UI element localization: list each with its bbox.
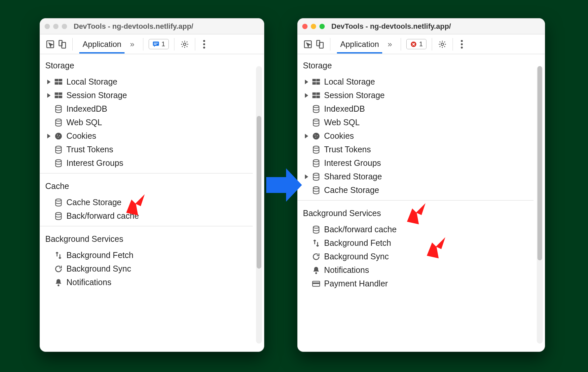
sync-icon (54, 264, 63, 274)
tree-item[interactable]: Session Storage (40, 89, 253, 102)
section-divider (40, 226, 253, 226)
tree-item[interactable]: Interest Groups (40, 156, 253, 170)
tree-item[interactable]: Payment Handler (298, 277, 533, 290)
sync-icon (312, 252, 321, 261)
expand-caret-icon[interactable] (47, 134, 51, 138)
scrollbar[interactable] (256, 66, 262, 344)
db-icon (312, 225, 321, 234)
inspect-icon[interactable] (45, 39, 55, 49)
tree-item-label: Trust Tokens (66, 145, 113, 154)
more-tabs-chevron[interactable]: » (127, 40, 137, 49)
cookie-icon (312, 131, 321, 141)
tab-application[interactable]: Application (79, 35, 125, 54)
tree-item-label: Local Storage (324, 77, 375, 87)
tree-item[interactable]: IndexedDB (298, 102, 533, 116)
tree-item[interactable]: Cookies (40, 129, 253, 143)
pointer-arrow-icon (423, 233, 449, 260)
close-dot[interactable] (302, 24, 308, 29)
window-title: DevTools - ng-devtools.netlify.app/ (331, 22, 451, 31)
zoom-dot[interactable] (319, 24, 325, 29)
tree-item[interactable]: Interest Groups (298, 156, 533, 170)
tree-item[interactable]: Local Storage (298, 75, 533, 89)
error-icon (410, 41, 417, 48)
toolbar: Application » 1 (40, 34, 264, 54)
card-icon (312, 279, 321, 288)
expand-caret-icon[interactable] (47, 80, 51, 84)
tree-item[interactable]: Trust Tokens (40, 143, 253, 156)
tree-item-label: Background Fetch (324, 238, 391, 248)
tree-item[interactable]: Trust Tokens (298, 143, 533, 156)
tree-item[interactable]: Background Fetch (298, 236, 533, 250)
tree-item-label: Cookies (66, 131, 96, 141)
tree-item-label: Cache Storage (324, 185, 379, 195)
db-icon (312, 186, 321, 195)
tree-item[interactable]: Cookies (298, 129, 533, 143)
titlebar: DevTools - ng-devtools.netlify.app/ (298, 19, 545, 34)
tree-item[interactable]: Background Sync (298, 250, 533, 263)
device-icon[interactable] (57, 39, 67, 49)
more-tabs-chevron[interactable]: » (384, 40, 395, 49)
minimize-dot[interactable] (53, 24, 58, 29)
table-icon (54, 77, 63, 87)
section-heading: Background Services (40, 230, 253, 248)
tree-item-label: Payment Handler (324, 279, 388, 288)
inspect-icon[interactable] (303, 39, 313, 49)
tree-item[interactable]: Notifications (40, 276, 253, 289)
tree-item-label: Session Storage (66, 91, 127, 100)
console-errors-badge[interactable]: 1 (406, 39, 426, 49)
tree-item[interactable]: Background Sync (40, 262, 253, 276)
minimize-dot[interactable] (311, 24, 316, 29)
tab-application[interactable]: Application (337, 35, 382, 54)
tree-item-label: Shared Storage (324, 172, 382, 181)
tree-item[interactable]: Web SQL (298, 116, 533, 129)
tree-item[interactable]: Web SQL (40, 116, 253, 129)
traffic-lights (302, 24, 325, 29)
tree-item-label: Background Fetch (66, 250, 133, 260)
fetch-icon (54, 251, 63, 260)
tree-item-label: Notifications (324, 265, 369, 275)
close-dot[interactable] (45, 24, 50, 29)
tree-item-label: Back/forward cache (324, 225, 397, 234)
db-icon (54, 198, 63, 207)
badge-count: 1 (162, 40, 165, 48)
db-icon (54, 145, 63, 154)
db-icon (312, 159, 321, 168)
tree-item-label: Local Storage (66, 77, 117, 87)
db-icon (54, 211, 63, 221)
tree-item-label: Session Storage (324, 91, 385, 100)
tree-item-label: Cookies (324, 131, 354, 141)
section-divider (40, 173, 253, 173)
expand-caret-icon[interactable] (305, 134, 308, 138)
tree-item[interactable]: Shared Storage (298, 170, 533, 183)
console-messages-badge[interactable]: 1 (149, 39, 169, 49)
chat-icon (152, 41, 160, 48)
zoom-dot[interactable] (62, 24, 67, 29)
scrollbar[interactable] (537, 66, 543, 344)
tree-item[interactable]: Session Storage (298, 89, 533, 102)
fetch-icon (312, 239, 321, 248)
tree-item[interactable]: Notifications (298, 263, 533, 277)
pointer-arrow-icon (122, 190, 149, 217)
devtools-window-before: DevTools - ng-devtools.netlify.app/ Appl… (40, 18, 264, 352)
gear-icon[interactable] (180, 39, 190, 49)
tree-item[interactable]: IndexedDB (40, 102, 253, 116)
tree-item[interactable]: Local Storage (40, 75, 253, 89)
tree-item-label: Interest Groups (66, 158, 123, 168)
device-icon[interactable] (315, 39, 325, 49)
pointer-arrow-icon (403, 199, 429, 226)
expand-caret-icon[interactable] (305, 93, 308, 98)
tree-item[interactable]: Background Fetch (40, 248, 253, 262)
kebab-menu[interactable] (201, 40, 208, 49)
tree-item[interactable]: Cache Storage (298, 183, 533, 197)
tree-item-label: Web SQL (66, 118, 102, 127)
tree-item-label: Notifications (66, 278, 111, 287)
tree-item-label: IndexedDB (324, 104, 365, 114)
expand-caret-icon[interactable] (305, 80, 308, 84)
kebab-menu[interactable] (458, 40, 465, 49)
tree-item-label: Web SQL (324, 118, 360, 127)
bell-icon (312, 266, 321, 275)
tree-item-label: Interest Groups (324, 158, 381, 168)
gear-icon[interactable] (437, 39, 447, 49)
expand-caret-icon[interactable] (47, 93, 51, 98)
table-icon (54, 91, 63, 100)
